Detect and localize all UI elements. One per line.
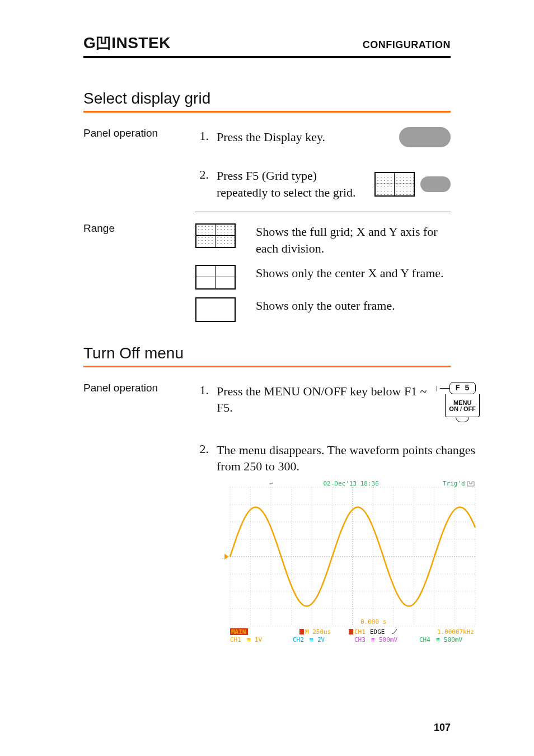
grid-full-icon [195, 223, 236, 248]
svg-text:CH1: CH1 [354, 628, 366, 636]
step-number: 1. [195, 129, 209, 143]
svg-text:2V: 2V [317, 636, 325, 643]
svg-text:0.000 s: 0.000 s [360, 618, 386, 626]
step-text: The menu disappears. The waveform points… [217, 443, 475, 474]
grid-type-icon [374, 172, 415, 197]
svg-rect-34 [349, 629, 353, 634]
svg-text:CH1: CH1 [230, 636, 241, 643]
orange-rule [83, 111, 451, 113]
section-title-grid: Select display grid [83, 90, 451, 108]
brand-logo: G凹INSTEK [83, 32, 171, 54]
f5-key-label: F 5 [456, 384, 470, 393]
menu-label-line2: ON / OFF [449, 405, 476, 412]
svg-text:≡: ≡ [436, 636, 440, 643]
step-text: Press the MENU ON/OFF key below F1 ~ F5. [217, 383, 438, 416]
svg-text:CH4: CH4 [419, 636, 430, 643]
section-title-menu: Turn Off menu [83, 344, 451, 362]
range-desc: Shows the full grid; X and Y axis for ea… [256, 223, 451, 256]
svg-text:CH3: CH3 [354, 636, 366, 643]
range-desc: Shows only the center X and Y frame. [256, 265, 451, 282]
panel-operation-label: Panel operation [83, 127, 195, 212]
svg-text:1.00007kHz: 1.00007kHz [437, 628, 474, 636]
orange-rule [83, 366, 451, 367]
svg-text:500mV: 500mV [444, 636, 462, 643]
thin-rule [195, 212, 451, 212]
svg-text:≡: ≡ [371, 636, 375, 643]
section-header: CONFIGURATION [363, 39, 451, 51]
svg-text:02-Dec'13 18:36: 02-Dec'13 18:36 [323, 480, 378, 487]
svg-text:1: 1 [222, 553, 223, 561]
step-text: Press the Display key. [217, 129, 392, 146]
oscilloscope-screenshot: 1↩02-Dec'13 18:36Trig'd0.000 sMAINM 250u… [222, 478, 480, 646]
step-number: 2. [195, 167, 209, 182]
step-number: 2. [195, 442, 209, 456]
f5-key-icon [420, 176, 451, 192]
step-text: Press F5 (Grid type) repeatedly to selec… [217, 167, 368, 200]
menu-onoff-key-icon: F 5 MENUON / OFF [445, 382, 480, 417]
grid-outer-icon [195, 297, 236, 322]
svg-text:CH2: CH2 [293, 636, 304, 643]
svg-rect-32 [299, 629, 304, 634]
step-number: 1. [195, 383, 209, 398]
svg-text:EDGE: EDGE [370, 628, 385, 636]
display-key-icon [399, 127, 451, 147]
svg-text:1V: 1V [255, 636, 263, 643]
svg-text:MAIN: MAIN [231, 628, 246, 636]
svg-text:≡: ≡ [247, 636, 251, 643]
svg-text:Trig'd: Trig'd [443, 480, 465, 487]
range-label: Range [83, 222, 195, 321]
grid-center-icon [195, 265, 236, 290]
svg-text:M 250us: M 250us [305, 628, 331, 636]
svg-text:≡: ≡ [310, 636, 313, 643]
range-desc: Shows only the outer frame. [256, 297, 451, 314]
svg-text:↩: ↩ [269, 480, 273, 487]
header-rule [83, 56, 451, 58]
page-number: 107 [434, 722, 451, 734]
panel-operation-label: Panel operation [83, 382, 195, 651]
svg-text:500mV: 500mV [379, 636, 397, 643]
